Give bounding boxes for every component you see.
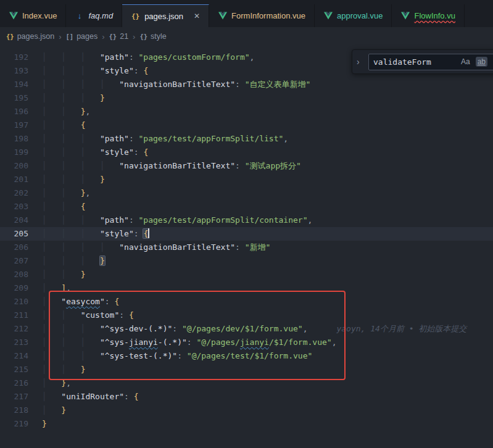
code-line-213[interactable]: 213│ │ │ "^sys-jianyi-(.*)": "@/pages/ji… bbox=[0, 336, 493, 349]
code-line-194[interactable]: 194│ │ │ │ "navigationBarTitleText": "自定… bbox=[0, 78, 493, 91]
line-number[interactable]: 214 bbox=[0, 349, 28, 363]
code-text: │ │ │ "style": { bbox=[28, 146, 493, 159]
line-number[interactable]: 209 bbox=[0, 281, 28, 295]
code-line-219[interactable]: 219} bbox=[0, 417, 493, 431]
code-line-210[interactable]: 210│ "easycom": { bbox=[0, 295, 493, 309]
code-line-214[interactable]: 214│ │ │ "^sys-test-(.*)": "@/pages/test… bbox=[0, 349, 493, 363]
line-number[interactable]: 204 bbox=[0, 214, 28, 227]
code-line-197[interactable]: 197│ │ { bbox=[0, 118, 493, 132]
code-text: │ }, bbox=[28, 376, 493, 390]
find-query-text[interactable]: validateForm bbox=[373, 57, 455, 67]
code-text: │ "easycom": { bbox=[28, 295, 493, 309]
breadcrumb-bar: {}pages.json›[]pages›{}21›{}style bbox=[0, 27, 493, 46]
line-number[interactable]: 196 bbox=[0, 105, 28, 118]
line-number[interactable]: 193 bbox=[0, 64, 28, 78]
code-line-211[interactable]: 211│ │ "custom": { bbox=[0, 309, 493, 322]
breadcrumb-separator: › bbox=[133, 32, 135, 41]
tab-forminformation-vue[interactable]: FormInformation.vue bbox=[209, 4, 315, 27]
code-text: │ │ │ │ "navigationBarTitleText": "测试app… bbox=[28, 159, 493, 173]
toggle-replace-chevron-icon[interactable]: › bbox=[357, 57, 364, 67]
code-line-199[interactable]: 199│ │ │ "style": { bbox=[0, 146, 493, 159]
line-number[interactable]: 218 bbox=[0, 404, 28, 417]
line-number[interactable]: 200 bbox=[0, 159, 28, 173]
object-symbol-icon: {} bbox=[109, 33, 117, 40]
json-file-icon: {} bbox=[6, 33, 14, 40]
code-text: │ │ }, bbox=[28, 186, 493, 200]
line-number[interactable]: 211 bbox=[0, 309, 28, 322]
line-number[interactable]: 195 bbox=[0, 91, 28, 105]
line-number[interactable]: 219 bbox=[0, 417, 28, 431]
line-number[interactable]: 208 bbox=[0, 268, 28, 281]
tab-label: Index.vue bbox=[22, 11, 57, 20]
tab-flowinfo-vu[interactable]: FlowInfo.vu bbox=[392, 4, 464, 27]
tab-label: approval.vue bbox=[337, 11, 383, 20]
line-number[interactable]: 192 bbox=[0, 51, 28, 64]
tab-approval-vue[interactable]: approval.vue bbox=[315, 4, 392, 27]
code-line-195[interactable]: 195│ │ │ } bbox=[0, 91, 493, 105]
line-number[interactable]: 207 bbox=[0, 254, 28, 268]
breadcrumb-item-21[interactable]: {}21 bbox=[109, 32, 129, 41]
code-text: │ │ │ │ "navigationBarTitleText": "新增" bbox=[28, 241, 493, 254]
code-text: │ │ "custom": { bbox=[28, 309, 493, 322]
close-icon[interactable]: ✕ bbox=[194, 12, 200, 20]
line-number[interactable]: 213 bbox=[0, 336, 28, 349]
code-text: │ │ │ } bbox=[28, 91, 493, 105]
whole-word-toggle-icon[interactable]: ab bbox=[476, 57, 487, 67]
line-number[interactable]: 210 bbox=[0, 295, 28, 309]
line-number[interactable]: 203 bbox=[0, 200, 28, 214]
code-text: │ │ { bbox=[28, 200, 493, 214]
code-line-201[interactable]: 201│ │ │ } bbox=[0, 173, 493, 186]
line-number[interactable]: 198 bbox=[0, 132, 28, 146]
code-line-209[interactable]: 209│ ], bbox=[0, 281, 493, 295]
code-text: │ │ │ │ "navigationBarTitleText": "自定义表单… bbox=[28, 78, 493, 91]
code-line-200[interactable]: 200│ │ │ │ "navigationBarTitleText": "测试… bbox=[0, 159, 493, 173]
tab-index-vue[interactable]: Index.vue bbox=[0, 4, 66, 27]
line-number[interactable]: 194 bbox=[0, 78, 28, 91]
code-line-204[interactable]: 204│ │ │ "path": "pages/test/appFormSpli… bbox=[0, 214, 493, 227]
line-number[interactable]: 217 bbox=[0, 390, 28, 404]
breadcrumb-label: pages bbox=[77, 32, 97, 41]
line-number[interactable]: 197 bbox=[0, 118, 28, 132]
match-case-toggle-icon[interactable]: Aa bbox=[461, 57, 470, 66]
line-number[interactable]: 216 bbox=[0, 376, 28, 390]
code-line-207[interactable]: 207│ │ │ } bbox=[0, 254, 493, 268]
code-text: │ } bbox=[28, 404, 493, 417]
code-line-208[interactable]: 208│ │ } bbox=[0, 268, 493, 281]
code-line-217[interactable]: 217│ "uniIdRouter": { bbox=[0, 390, 493, 404]
vue-icon bbox=[9, 12, 18, 20]
code-area: 192│ │ │ "path": "pages/customForm/form"… bbox=[0, 46, 493, 431]
tab-faq-md[interactable]: ↓faq.md bbox=[66, 4, 122, 27]
code-text: │ │ } bbox=[28, 363, 493, 376]
object-symbol-icon: {} bbox=[139, 33, 147, 40]
code-line-218[interactable]: 218│ } bbox=[0, 404, 493, 417]
breadcrumb-label: 21 bbox=[120, 32, 128, 41]
code-text: │ │ │ } bbox=[28, 173, 493, 186]
breadcrumb-item-pages-json[interactable]: {}pages.json bbox=[6, 32, 54, 41]
line-number[interactable]: 215 bbox=[0, 363, 28, 376]
code-line-212[interactable]: 212│ │ │ "^sys-dev-(.*)": "@/pages/dev/$… bbox=[0, 322, 493, 336]
code-text: │ "uniIdRouter": { bbox=[28, 390, 493, 404]
line-number[interactable]: 201 bbox=[0, 173, 28, 186]
line-number[interactable]: 206 bbox=[0, 241, 28, 254]
find-input[interactable]: validateForm Aa ab .* bbox=[368, 54, 493, 70]
code-text: │ │ │ "^sys-dev-(.*)": "@/pages/dev/$1/f… bbox=[28, 322, 493, 336]
breadcrumb-item-pages[interactable]: []pages bbox=[65, 32, 97, 41]
breadcrumb-item-style[interactable]: {}style bbox=[139, 32, 166, 41]
code-line-206[interactable]: 206│ │ │ │ "navigationBarTitleText": "新增… bbox=[0, 241, 493, 254]
code-line-205[interactable]: 205│ │ │ "style": { bbox=[0, 227, 493, 241]
json-icon: {} bbox=[131, 12, 140, 20]
line-number[interactable]: 202 bbox=[0, 186, 28, 200]
line-number[interactable]: 205 bbox=[0, 227, 28, 241]
code-line-202[interactable]: 202│ │ }, bbox=[0, 186, 493, 200]
code-line-216[interactable]: 216│ }, bbox=[0, 376, 493, 390]
code-line-198[interactable]: 198│ │ │ "path": "pages/test/appFormSpli… bbox=[0, 132, 493, 146]
tab-label: faq.md bbox=[88, 11, 113, 20]
text-cursor bbox=[148, 228, 149, 238]
code-line-215[interactable]: 215│ │ } bbox=[0, 363, 493, 376]
line-number[interactable]: 212 bbox=[0, 322, 28, 336]
vue-icon bbox=[400, 12, 410, 20]
code-line-196[interactable]: 196│ │ }, bbox=[0, 105, 493, 118]
code-line-203[interactable]: 203│ │ { bbox=[0, 200, 493, 214]
tab-pages-json[interactable]: {}pages.json✕ bbox=[122, 4, 209, 27]
line-number[interactable]: 199 bbox=[0, 146, 28, 159]
